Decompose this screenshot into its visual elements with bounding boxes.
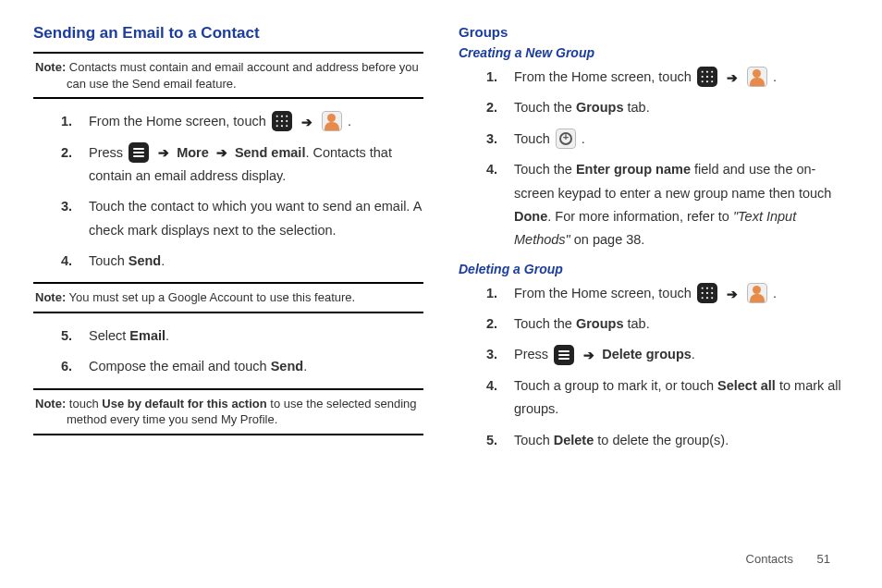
apps-icon: [697, 67, 717, 87]
step-c3: Touch .: [486, 128, 849, 151]
step-6: Compose the email and touch Send.: [61, 355, 423, 378]
heading-groups: Groups: [459, 24, 849, 40]
steps-list-b: Select Email. Compose the email and touc…: [33, 325, 423, 379]
contacts-icon: [322, 111, 342, 131]
step-d5: Touch Delete to delete the group(s).: [486, 429, 849, 452]
arrow-icon: ➔: [727, 67, 738, 90]
steps-deleting: From the Home screen, touch ➔ . Touch th…: [459, 282, 849, 452]
step-2: Press ➔ More ➔ Send email. Contacts that…: [61, 141, 423, 189]
step-3: Touch the contact to which you want to s…: [61, 195, 423, 242]
apps-icon: [272, 111, 292, 131]
step-d4: Touch a group to mark it, or touch Selec…: [486, 374, 849, 422]
contacts-icon: [747, 283, 767, 303]
step-1: From the Home screen, touch ➔ .: [61, 110, 423, 133]
note-label: Note:: [35, 60, 66, 74]
note-box-3: Note: touch Use by default for this acti…: [33, 388, 423, 435]
step-d3: Press ➔ Delete groups.: [486, 343, 849, 366]
note-text: You must set up a Google Account to use …: [69, 290, 356, 304]
note-label: Note:: [35, 397, 66, 410]
heading-sending-email: Sending an Email to a Contact: [33, 24, 423, 43]
step-5: Select Email.: [61, 325, 423, 348]
arrow-icon: ➔: [158, 141, 169, 165]
arrow-icon: ➔: [216, 141, 227, 165]
plus-icon: [556, 129, 576, 149]
note-text: Contacts must contain and email account …: [67, 60, 419, 91]
menu-icon: [129, 142, 149, 163]
steps-list-a: From the Home screen, touch ➔ . Press ➔ …: [33, 110, 423, 273]
menu-icon: [554, 345, 574, 365]
arrow-icon: ➔: [727, 283, 738, 306]
arrow-icon: ➔: [583, 344, 594, 367]
contacts-icon: [747, 67, 767, 87]
step-d2: Touch the Groups tab.: [486, 312, 849, 336]
apps-icon: [697, 283, 717, 303]
step-c2: Touch the Groups tab.: [486, 96, 849, 119]
step-c4: Touch the Enter group name field and use…: [486, 158, 849, 252]
note-box-1: Note: Contacts must contain and email ac…: [33, 52, 423, 99]
step-4: Touch Send.: [61, 250, 423, 273]
page-footer: Contacts 51: [746, 552, 830, 566]
step-c1: From the Home screen, touch ➔ .: [486, 66, 849, 89]
subheading-deleting: Deleting a Group: [459, 262, 849, 276]
steps-creating: From the Home screen, touch ➔ . Touch th…: [459, 66, 849, 252]
arrow-icon: ➔: [301, 111, 312, 134]
note-box-2: Note: You must set up a Google Account t…: [33, 282, 423, 313]
subheading-creating: Creating a New Group: [459, 45, 849, 60]
note-label: Note:: [35, 290, 66, 304]
step-d1: From the Home screen, touch ➔ .: [486, 282, 849, 305]
footer-page: 51: [817, 552, 830, 566]
right-column: Groups Creating a New Group From the Hom…: [459, 24, 849, 461]
left-column: Sending an Email to a Contact Note: Cont…: [33, 24, 423, 461]
footer-section: Contacts: [746, 552, 793, 566]
